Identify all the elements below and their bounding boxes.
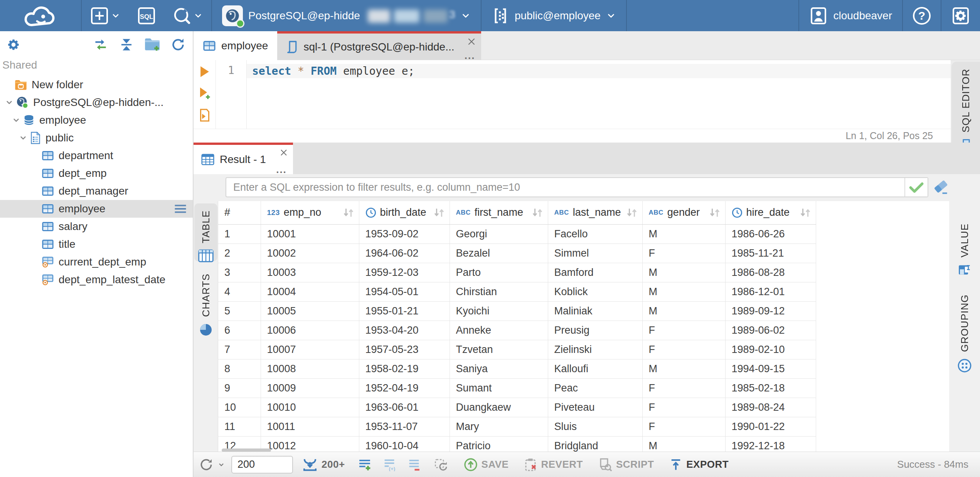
execute-new-tab-button[interactable]: [199, 87, 210, 101]
table-cell[interactable]: 1960-10-04: [359, 436, 450, 452]
table-cell[interactable]: 1989-02-10: [725, 340, 816, 359]
table-cell[interactable]: Georgi: [450, 224, 548, 244]
table-cell[interactable]: 1990-01-22: [725, 417, 816, 436]
refresh-result-button[interactable]: [199, 457, 225, 472]
table-cell[interactable]: Patricio: [450, 436, 548, 452]
explain-plan-button[interactable]: [199, 109, 210, 123]
tree-item-employee[interactable]: employee: [0, 111, 193, 129]
table-cell[interactable]: 10006: [261, 321, 359, 340]
chevron-down-icon[interactable]: [9, 115, 23, 125]
table-cell[interactable]: 1985-02-18: [725, 378, 816, 398]
tab-result-1[interactable]: Result - 1 ...: [194, 143, 293, 174]
table-cell[interactable]: 1959-12-03: [359, 263, 450, 282]
refresh-changes-button[interactable]: [434, 458, 448, 471]
table-cell[interactable]: M: [642, 282, 725, 301]
cloudbeaver-logo[interactable]: [0, 3, 81, 28]
tree-item-employee[interactable]: employee: [0, 200, 193, 218]
table-cell[interactable]: Mary: [450, 417, 548, 436]
table-cell[interactable]: 1953-09-02: [359, 224, 450, 244]
table-cell[interactable]: 1964-06-02: [359, 244, 450, 263]
table-cell[interactable]: 1954-05-01: [359, 282, 450, 301]
table-cell[interactable]: Saniya: [450, 359, 548, 378]
tab-sql-editor-panel[interactable]: SQL EDITOR: [951, 62, 980, 154]
column-header-birth-date[interactable]: birth_date: [359, 201, 450, 224]
row-number-cell[interactable]: 9: [218, 378, 261, 398]
close-tab-button[interactable]: [466, 37, 477, 48]
table-cell[interactable]: Sumant: [450, 378, 548, 398]
table-cell[interactable]: Chirstian: [450, 282, 548, 301]
table-cell[interactable]: Maliniak: [548, 301, 642, 321]
row-number-cell[interactable]: 4: [218, 282, 261, 301]
table-cell[interactable]: 10003: [261, 263, 359, 282]
item-menu-icon[interactable]: [173, 204, 187, 214]
tree-item-current-dept-emp[interactable]: current_dept_emp: [0, 253, 193, 271]
tab-sql-1[interactable]: sql-1 (PostgreSQL@ep-hidde... ...: [277, 31, 481, 60]
table-cell[interactable]: Parto: [450, 263, 548, 282]
table-cell[interactable]: M: [642, 436, 725, 452]
tree-item-dept-emp-latest-date[interactable]: dept_emp_latest_date: [0, 271, 193, 289]
table-cell[interactable]: Simmel: [548, 244, 642, 263]
table-cell[interactable]: Anneke: [450, 321, 548, 340]
table-cell[interactable]: Sluis: [548, 417, 642, 436]
schema-selector[interactable]: public@employee: [482, 0, 626, 31]
table-cell[interactable]: Kalloufi: [548, 359, 642, 378]
fetch-more-button[interactable]: 200+: [302, 458, 345, 472]
table-cell[interactable]: 1957-05-23: [359, 340, 450, 359]
tree-item-title[interactable]: title: [0, 235, 193, 253]
execute-query-button[interactable]: [199, 66, 210, 79]
table-cell[interactable]: 1963-06-01: [359, 398, 450, 417]
sort-icon[interactable]: [342, 208, 355, 218]
tab-employee[interactable]: employee: [194, 31, 277, 60]
table-cell[interactable]: 10004: [261, 282, 359, 301]
column-header-emp-no[interactable]: 123 emp_no: [261, 201, 359, 224]
export-button[interactable]: EXPORT: [669, 458, 729, 472]
table-cell[interactable]: 10007: [261, 340, 359, 359]
table-cell[interactable]: 1986-08-28: [725, 263, 816, 282]
sort-icon[interactable]: [708, 208, 721, 218]
table-cell[interactable]: 10010: [261, 398, 359, 417]
table-cell[interactable]: M: [642, 224, 725, 244]
delete-row-button[interactable]: [407, 458, 421, 471]
table-cell[interactable]: Zielinski: [548, 340, 642, 359]
table-cell[interactable]: M: [642, 263, 725, 282]
table-cell[interactable]: 1989-09-12: [725, 301, 816, 321]
sort-icon[interactable]: [625, 208, 638, 218]
table-cell[interactable]: Preusig: [548, 321, 642, 340]
table-cell[interactable]: 1989-08-24: [725, 398, 816, 417]
refresh-tree-button[interactable]: [170, 37, 186, 52]
help-button[interactable]: ?: [903, 0, 941, 31]
table-cell[interactable]: Koblick: [548, 282, 642, 301]
table-cell[interactable]: 1994-09-15: [725, 359, 816, 378]
row-number-cell[interactable]: 5: [218, 301, 261, 321]
clear-filter-button[interactable]: [933, 180, 949, 195]
table-cell[interactable]: 1992-12-18: [725, 436, 816, 452]
table-cell[interactable]: F: [642, 244, 725, 263]
tab-grouping-panel[interactable]: GROUPING: [949, 287, 980, 380]
table-cell[interactable]: 1953-04-20: [359, 321, 450, 340]
table-cell[interactable]: 1952-04-19: [359, 378, 450, 398]
column-header-hire-date[interactable]: hire_date: [725, 201, 816, 224]
tree-item-dept-manager[interactable]: dept_manager: [0, 182, 193, 200]
open-sql-editor-button[interactable]: SQL: [129, 0, 164, 31]
table-cell[interactable]: Duangkaew: [450, 398, 548, 417]
row-number-cell[interactable]: 6: [218, 321, 261, 340]
tree-item-public[interactable]: public: [0, 129, 193, 147]
table-cell[interactable]: 10012: [261, 436, 359, 452]
table-cell[interactable]: F: [642, 340, 725, 359]
row-number-cell[interactable]: 10: [218, 398, 261, 417]
table-cell[interactable]: 10009: [261, 378, 359, 398]
sort-icon[interactable]: [799, 208, 812, 218]
add-row-button[interactable]: [357, 458, 372, 471]
row-number-cell[interactable]: 2: [218, 244, 261, 263]
column-header-rownum[interactable]: #: [218, 201, 261, 224]
code-area[interactable]: select * FROM employee e;: [247, 60, 951, 129]
table-cell[interactable]: F: [642, 378, 725, 398]
tree-item-salary[interactable]: salary: [0, 218, 193, 235]
tree-item-dept-emp[interactable]: dept_emp: [0, 165, 193, 182]
tree-item-department[interactable]: department: [0, 147, 193, 165]
table-cell[interactable]: 1953-11-07: [359, 417, 450, 436]
new-object-button[interactable]: [82, 0, 129, 31]
tree-item-postgresql-ep-hidden[interactable]: PostgreSQL@ep-hidden-...: [0, 94, 193, 111]
user-menu[interactable]: cloudbeaver: [799, 0, 902, 31]
table-cell[interactable]: 10002: [261, 244, 359, 263]
